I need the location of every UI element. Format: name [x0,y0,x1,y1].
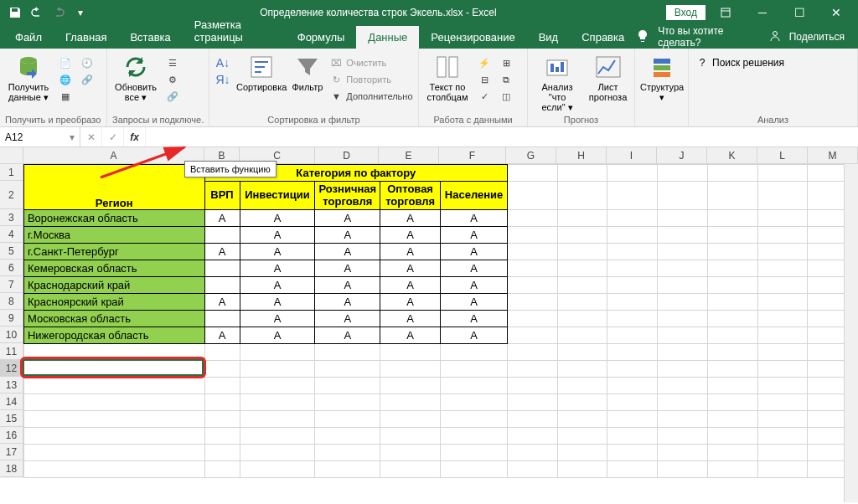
row-header[interactable]: 17 [0,444,23,460]
formula-input[interactable] [146,127,858,147]
region-cell[interactable]: Нижегородская область [23,327,204,344]
sub-header-cell[interactable]: Розничная торговля [315,182,380,210]
data-cell[interactable]: A [240,277,315,294]
connections-button[interactable]: 🔗 [79,72,96,87]
data-cell[interactable] [204,260,240,277]
sort-za-button[interactable]: Я↓ [214,72,231,87]
region-header-cell[interactable]: Регион [23,165,204,210]
save-icon[interactable] [5,3,25,23]
data-cell[interactable]: A [204,244,240,260]
data-cell[interactable]: A [240,244,315,260]
data-cell[interactable]: A [240,294,315,311]
consolidate-button[interactable]: ⊞ [498,55,514,70]
data-cell[interactable]: A [441,294,508,311]
data-cell[interactable]: A [315,311,380,327]
region-cell[interactable]: Воронежская область [23,210,204,227]
data-cell[interactable]: A [380,327,441,344]
col-header[interactable]: H [556,147,607,163]
region-cell[interactable]: Кемеровская область [23,260,204,277]
cells-area[interactable]: РегионКатегория по факторуВРПИнвестицииР… [23,164,858,478]
data-cell[interactable]: A [380,260,441,277]
tab-help[interactable]: Справка [570,26,636,49]
from-web-button[interactable]: 🌐 [57,72,74,87]
relationships-button[interactable]: ⧉ [498,72,514,87]
data-cell[interactable]: A [380,210,441,227]
data-cell[interactable]: A [315,277,380,294]
row-header[interactable]: 3 [0,209,23,226]
col-header[interactable]: E [379,147,439,163]
forecast-button[interactable]: Лист прогноза [587,52,629,102]
row-header[interactable]: 1 [0,164,23,181]
data-cell[interactable]: A [380,244,441,260]
sub-header-cell[interactable]: Инвестиции [240,182,315,210]
col-header[interactable]: F [439,147,506,163]
data-cell[interactable]: A [204,294,240,311]
tell-me-input[interactable]: Что вы хотите сделать? [658,25,730,49]
sub-header-cell[interactable]: Оптовая торговля [380,182,441,210]
data-cell[interactable]: A [240,311,315,327]
clear-filter-button[interactable]: ⌧Очистить [328,55,414,70]
row-header[interactable]: 15 [0,410,23,427]
row-header[interactable]: 18 [0,460,23,477]
data-cell[interactable]: A [441,260,508,277]
maximize-icon[interactable]: ☐ [783,0,816,25]
outline-button[interactable]: Структура ▾ [640,52,684,102]
data-cell[interactable]: A [380,277,441,294]
col-header[interactable]: K [707,147,757,163]
remove-dup-button[interactable]: ⊟ [476,72,493,87]
get-data-button[interactable]: Получить данные ▾ [5,52,52,102]
row-header[interactable]: 6 [0,260,23,276]
text-to-columns-button[interactable]: Текст по столбцам [424,52,471,102]
row-header[interactable]: 11 [0,343,23,360]
region-cell[interactable]: г.Москва [23,227,204,244]
data-val-button[interactable]: ✓ [476,89,493,104]
row-header[interactable]: 10 [0,327,23,343]
data-cell[interactable]: A [315,327,380,344]
redo-icon[interactable] [49,3,69,23]
tab-review[interactable]: Рецензирование [419,26,526,49]
vertical-scrollbar[interactable] [844,164,858,502]
insert-function-button[interactable]: fx [124,127,146,147]
undo-icon[interactable] [27,3,47,23]
data-cell[interactable]: A [441,244,508,260]
row-header[interactable]: 4 [0,226,23,243]
flash-fill-button[interactable]: ⚡ [476,55,493,70]
data-cell[interactable]: A [315,244,380,260]
data-cell[interactable]: A [315,227,380,244]
refresh-all-button[interactable]: Обновить все ▾ [112,52,159,102]
data-cell[interactable]: A [240,260,315,277]
region-cell[interactable]: Краснодарский край [23,277,204,294]
column-headers[interactable]: ABCDEFGHIJKLM [0,147,858,164]
tab-file[interactable]: Файл [3,26,54,49]
edit-links-button[interactable]: 🔗 [164,89,181,104]
share-button[interactable]: Поделиться [789,31,845,43]
tab-layout[interactable]: Разметка страницы [183,13,286,49]
row-header[interactable]: 16 [0,427,23,444]
qat-dropdown-icon[interactable]: ▾ [70,3,90,23]
data-cell[interactable]: A [240,327,315,344]
col-header[interactable]: M [808,147,858,163]
name-box[interactable]: A12▾ [0,127,80,147]
from-table-button[interactable]: ▦ [57,89,74,104]
sort-az-button[interactable]: A↓ [214,55,231,70]
data-cell[interactable]: A [240,227,315,244]
region-cell[interactable]: г.Санкт-Петербург [23,244,204,260]
from-text-button[interactable]: 📄 [57,55,74,70]
close-icon[interactable]: ✕ [819,0,853,25]
data-cell[interactable]: A [315,294,380,311]
data-cell[interactable] [204,227,240,244]
data-cell[interactable]: A [441,327,508,344]
data-cell[interactable]: A [441,227,508,244]
col-header[interactable]: A [23,147,204,163]
col-header[interactable]: D [315,147,379,163]
row-header[interactable]: 7 [0,276,23,293]
minimize-icon[interactable]: ─ [746,0,779,25]
data-cell[interactable]: A [380,227,441,244]
advanced-filter-button[interactable]: ▼Дополнительно [328,89,414,104]
sub-header-cell[interactable]: Население [441,182,508,210]
col-header[interactable]: L [757,147,808,163]
login-button[interactable]: Вход [666,5,706,20]
ribbon-options-icon[interactable] [709,0,742,25]
data-cell[interactable]: A [240,210,315,227]
row-header[interactable]: 5 [0,243,23,260]
